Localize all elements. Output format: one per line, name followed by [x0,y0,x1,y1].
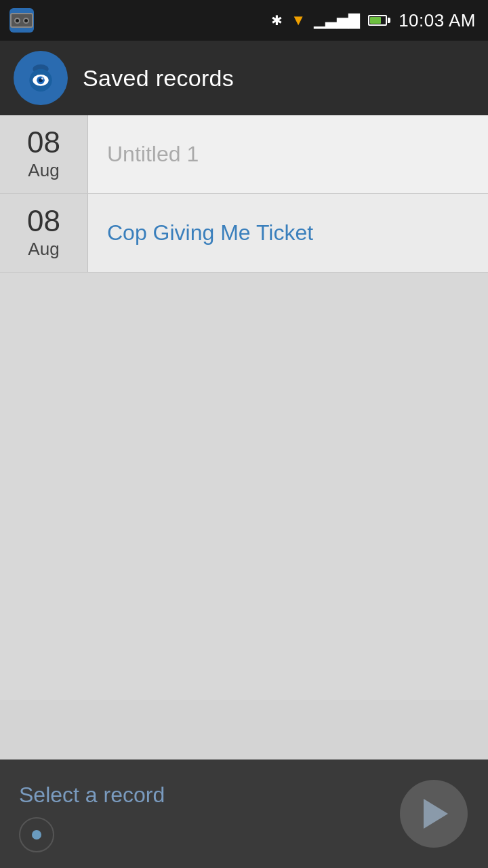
app-logo [14,51,68,105]
download-icon: ▼ [291,12,306,29]
record-item[interactable]: 08 Aug Cop Giving Me Ticket [0,194,488,273]
cassette-icon [10,13,33,28]
select-record-label: Select a record [19,783,165,808]
play-button[interactable] [400,780,468,848]
date-block: 08 Aug [0,194,88,272]
dot-inner [32,830,41,840]
record-title-area[interactable]: Cop Giving Me Ticket [88,194,488,272]
bluetooth-icon: ✱ [271,12,283,28]
signal-icon: ▁▃▅▇ [314,12,360,29]
record-title-text: Cop Giving Me Ticket [107,220,313,245]
date-day: 08 [27,127,60,157]
date-month: Aug [28,160,59,181]
play-icon [424,799,448,829]
records-list: 08 Aug Untitled 1 08 Aug Cop Giving Me T… [0,115,488,273]
svg-point-5 [41,77,43,79]
status-time: 10:03 AM [399,10,476,31]
date-day: 08 [27,206,60,236]
empty-area [0,273,488,700]
battery-icon [368,15,390,26]
eye-logo-svg [24,61,58,95]
app-bar: Saved records [0,41,488,115]
status-icons: ✱ ▼ ▁▃▅▇ 10:03 AM [271,10,476,31]
record-dot-indicator [19,817,54,852]
bottom-left-content: Select a record [19,760,165,868]
record-title-text: Untitled 1 [107,142,199,167]
bottom-bar: Select a record [0,760,488,868]
app-status-icon [9,8,34,33]
record-title-area[interactable]: Untitled 1 [88,115,488,193]
date-month: Aug [28,239,59,260]
record-item[interactable]: 08 Aug Untitled 1 [0,115,488,194]
date-block: 08 Aug [0,115,88,193]
app-bar-title: Saved records [83,65,234,92]
status-bar: ✱ ▼ ▁▃▅▇ 10:03 AM [0,0,488,41]
